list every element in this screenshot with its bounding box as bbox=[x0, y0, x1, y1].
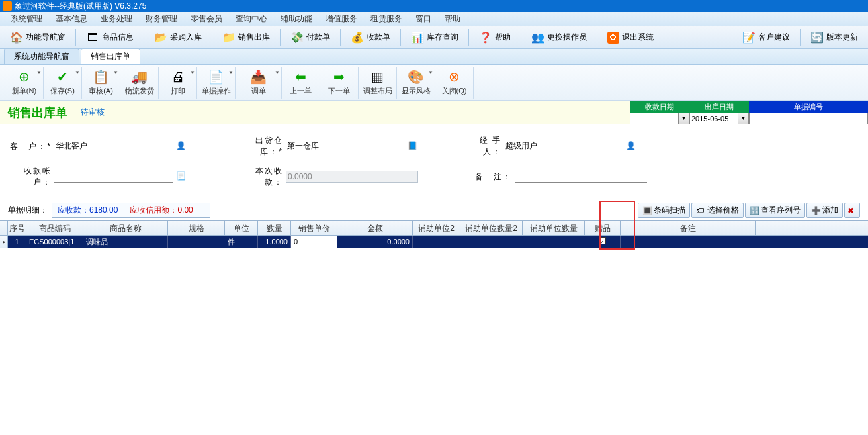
cell-seq[interactable]: 1 bbox=[8, 236, 26, 248]
menu-item[interactable]: 业务处理 bbox=[94, 13, 139, 24]
app-title: 象过河软件--经典版(试用版) V6.3.275 bbox=[15, 0, 146, 12]
select-price-button[interactable]: 🏷选择价格 bbox=[691, 203, 744, 218]
col-auxqty[interactable]: 辅助单位数量 bbox=[523, 221, 585, 235]
close-icon: ⊗ bbox=[447, 69, 462, 85]
chevron-down-icon: ▼ bbox=[190, 70, 195, 75]
cell-name[interactable]: 调味品 bbox=[83, 236, 168, 248]
ship-button[interactable]: 🚚物流发货 bbox=[120, 67, 159, 99]
cell-qty[interactable]: 1.0000 bbox=[258, 236, 291, 248]
menu-item[interactable]: 系统管理 bbox=[4, 13, 49, 24]
menu-item[interactable]: 财务管理 bbox=[139, 13, 184, 24]
grid-icon: 🗔 bbox=[86, 31, 99, 44]
print-button[interactable]: ▼🖨打印 bbox=[159, 67, 197, 99]
col-aux2[interactable]: 辅助单位2 bbox=[413, 221, 460, 235]
list-icon[interactable]: 📃 bbox=[176, 171, 187, 182]
sale-out-button[interactable]: 📁销售出库 bbox=[216, 29, 276, 46]
dropdown-icon[interactable]: ▼ bbox=[738, 113, 748, 124]
receipt-button[interactable]: 💰收款单 bbox=[345, 29, 396, 46]
doc-no-input[interactable] bbox=[750, 115, 855, 122]
tab-nav-window[interactable]: 系统功能导航窗 bbox=[4, 48, 79, 64]
menu-item[interactable]: 基本信息 bbox=[49, 13, 94, 24]
separator bbox=[521, 29, 521, 46]
barcode-icon: 🔳 bbox=[642, 206, 652, 215]
fetch-doc-button[interactable]: ▼📥调单 bbox=[236, 67, 282, 99]
help-button[interactable]: ❓帮助 bbox=[473, 29, 517, 46]
account-input[interactable] bbox=[54, 171, 173, 183]
barcode-scan-button[interactable]: 🔳条码扫描 bbox=[638, 203, 690, 218]
payment-button[interactable]: 💸付款单 bbox=[284, 29, 336, 46]
doc-op-button[interactable]: ▼📄单据操作 bbox=[197, 67, 236, 99]
style-button[interactable]: ▼🎨显示风格 bbox=[397, 67, 435, 99]
handler-input[interactable] bbox=[504, 141, 623, 152]
handler-label: 经 手 人： bbox=[458, 135, 504, 158]
layout-icon: ▦ bbox=[370, 69, 386, 85]
menu-item[interactable]: 查询中心 bbox=[229, 13, 274, 24]
delete-button[interactable]: ✖ bbox=[844, 203, 860, 218]
audit-button[interactable]: ▼📋审核(A) bbox=[82, 67, 120, 99]
gift-checkbox[interactable] bbox=[599, 237, 606, 244]
col-code[interactable]: 商品编码 bbox=[26, 221, 83, 235]
quit-button[interactable]: ⭘退出系统 bbox=[601, 30, 660, 46]
chevron-down-icon: ▼ bbox=[113, 70, 118, 75]
update-button[interactable]: 🔄版本更新 bbox=[804, 29, 864, 46]
warehouse-input[interactable] bbox=[286, 141, 405, 152]
col-spec[interactable]: 规格 bbox=[168, 221, 225, 235]
save-button[interactable]: ▼✔保存(S) bbox=[44, 67, 82, 99]
col-remark[interactable]: 备注 bbox=[621, 221, 756, 235]
menu-item[interactable]: 增值服务 bbox=[319, 13, 364, 24]
out-date-input[interactable] bbox=[690, 115, 738, 122]
cell-gift[interactable] bbox=[585, 236, 621, 248]
book-icon[interactable]: 📘 bbox=[408, 141, 418, 152]
tab-sale-out[interactable]: 销售出库单 bbox=[81, 48, 140, 64]
thispay-input[interactable] bbox=[286, 171, 418, 183]
suggestion-button[interactable]: 📝客户建议 bbox=[736, 29, 796, 46]
person-icon[interactable]: 👤 bbox=[176, 141, 187, 152]
person-icon[interactable]: 👤 bbox=[626, 141, 636, 152]
col-gift[interactable]: 赠品 bbox=[585, 221, 621, 235]
detail-grid: 序号 商品编码 商品名称 规格 单位 数量 销售单价 金额 辅助单位2 辅助单位… bbox=[0, 220, 868, 248]
purchase-in-button[interactable]: 📂采购入库 bbox=[148, 29, 208, 46]
col-qty[interactable]: 数量 bbox=[258, 221, 291, 235]
table-row[interactable]: ▸ 1 ECS000003|1 调味品 件 1.0000 0 0.0000 bbox=[0, 236, 868, 248]
menu-item[interactable]: 窗口 bbox=[409, 13, 438, 24]
cell-amount[interactable]: 0.0000 bbox=[337, 236, 413, 248]
menu-item[interactable]: 辅助功能 bbox=[274, 13, 319, 24]
add-button[interactable]: ➕添加 bbox=[806, 203, 843, 218]
col-name[interactable]: 商品名称 bbox=[83, 221, 168, 235]
layout-button[interactable]: ▦调整布局 bbox=[359, 67, 397, 99]
prev-icon: ⬅ bbox=[293, 69, 309, 85]
switch-user-button[interactable]: 👥更换操作员 bbox=[525, 29, 593, 46]
new-doc-button[interactable]: ▼⊕新单(N) bbox=[5, 67, 44, 99]
menu-item[interactable]: 零售会员 bbox=[184, 13, 229, 24]
menu-item[interactable]: 帮助 bbox=[438, 13, 467, 24]
customer-field: 客 户：* 👤 bbox=[8, 141, 187, 152]
credit-text: 应收信用额：0.00 bbox=[130, 205, 193, 216]
date-boxes: 收款日期 ▼ 出库日期 ▼ 单据编号 bbox=[630, 101, 868, 124]
next-doc-button[interactable]: ➡下一单 bbox=[320, 67, 359, 99]
stock-query-button[interactable]: 📊库存查询 bbox=[405, 29, 464, 46]
user-switch-icon: 👥 bbox=[531, 31, 544, 44]
menu-item[interactable]: 租赁服务 bbox=[364, 13, 409, 24]
col-unit[interactable]: 单位 bbox=[225, 221, 258, 235]
separator bbox=[280, 29, 281, 46]
product-info-button[interactable]: 🗔商品信息 bbox=[80, 29, 140, 46]
remark-input[interactable] bbox=[515, 171, 647, 183]
save-icon: ✔ bbox=[55, 69, 71, 85]
view-serial-button[interactable]: 🔢查看序列号 bbox=[745, 203, 805, 218]
close-button[interactable]: ⊗关闭(Q) bbox=[435, 67, 474, 99]
col-price[interactable]: 销售单价 bbox=[291, 221, 337, 235]
cell-price[interactable]: 0 bbox=[291, 236, 337, 248]
add-icon: ➕ bbox=[811, 206, 820, 215]
dropdown-icon[interactable]: ▼ bbox=[678, 113, 689, 124]
col-auxqty2[interactable]: 辅助单位数量2 bbox=[460, 221, 523, 235]
handler-field: 经 手 人： 👤 bbox=[458, 135, 636, 158]
customer-input[interactable] bbox=[54, 141, 173, 152]
app-logo-icon bbox=[3, 1, 12, 11]
col-amount[interactable]: 金额 bbox=[337, 221, 413, 235]
col-seq[interactable]: 序号 bbox=[8, 221, 26, 235]
receipt-date-input[interactable] bbox=[630, 115, 678, 122]
prev-doc-button[interactable]: ⬅上一单 bbox=[282, 67, 320, 99]
nav-window-button[interactable]: 🏠功能导航窗 bbox=[4, 29, 71, 46]
cell-code[interactable]: ECS000003|1 bbox=[26, 236, 83, 248]
cell-unit[interactable]: 件 bbox=[225, 236, 258, 248]
